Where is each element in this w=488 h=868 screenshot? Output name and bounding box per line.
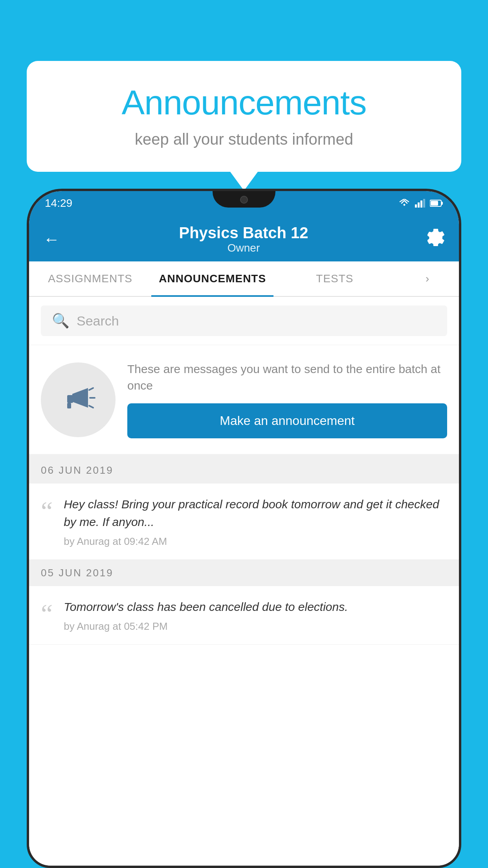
search-bar: 🔍 Search: [29, 297, 459, 345]
svg-rect-6: [431, 201, 438, 206]
speech-bubble-container: Announcements keep all your students inf…: [27, 61, 461, 172]
header-title-group: Physics Batch 12 Owner: [60, 224, 427, 254]
announcement-promo: These are messages you want to send to t…: [29, 345, 459, 457]
svg-rect-5: [441, 202, 443, 205]
svg-rect-7: [67, 395, 73, 403]
phone-screen: 14:29: [29, 191, 459, 866]
tab-announcements[interactable]: ANNOUNCEMENTS: [151, 261, 273, 296]
date-separator-2: 05 JUN 2019: [29, 560, 459, 586]
make-announcement-button[interactable]: Make an announcement: [127, 403, 447, 438]
quote-icon-2: “: [41, 600, 53, 627]
announcement-meta-1: by Anurag at 09:42 AM: [64, 535, 447, 548]
settings-icon[interactable]: [427, 229, 445, 250]
signal-icon: [415, 199, 425, 208]
search-icon: 🔍: [52, 313, 70, 329]
date-separator-1: 06 JUN 2019: [29, 457, 459, 484]
announcement-icon: [59, 380, 98, 419]
status-time: 14:29: [45, 197, 72, 210]
battery-icon: [430, 200, 443, 207]
phone-frame: 14:29: [27, 189, 461, 868]
search-input-wrapper[interactable]: 🔍 Search: [41, 305, 447, 336]
announcement-item-2[interactable]: “ Tomorrow's class has been cancelled du…: [29, 586, 459, 645]
status-icons: [398, 199, 443, 208]
app-header: ← Physics Batch 12 Owner: [29, 215, 459, 261]
content-area: 🔍 Search These are me: [29, 297, 459, 866]
svg-rect-3: [423, 199, 425, 208]
svg-line-11: [89, 406, 93, 408]
announcement-item-1[interactable]: “ Hey class! Bring your practical record…: [29, 484, 459, 560]
search-placeholder: Search: [77, 313, 119, 329]
status-bar: 14:29: [29, 191, 459, 215]
tabs-bar: ASSIGNMENTS ANNOUNCEMENTS TESTS ›: [29, 261, 459, 297]
svg-line-9: [89, 388, 93, 390]
tab-assignments[interactable]: ASSIGNMENTS: [29, 261, 151, 296]
announcement-content-2: Tomorrow's class has been cancelled due …: [64, 598, 447, 633]
notch: [213, 191, 275, 208]
svg-rect-0: [415, 204, 417, 208]
speech-bubble: Announcements keep all your students inf…: [27, 61, 461, 172]
promo-icon-circle: [41, 362, 116, 437]
svg-rect-8: [67, 403, 71, 408]
svg-rect-2: [420, 200, 422, 208]
tab-tests[interactable]: TESTS: [273, 261, 396, 296]
announcement-text-1: Hey class! Bring your practical record b…: [64, 495, 447, 531]
promo-right: These are messages you want to send to t…: [127, 361, 447, 438]
quote-icon-1: “: [41, 498, 53, 524]
announcement-text-2: Tomorrow's class has been cancelled due …: [64, 598, 447, 616]
batch-name: Physics Batch 12: [60, 224, 427, 242]
promo-description: These are messages you want to send to t…: [127, 361, 447, 394]
camera-dot: [240, 196, 248, 204]
wifi-icon: [398, 199, 410, 208]
svg-rect-1: [418, 202, 420, 208]
speech-bubble-title: Announcements: [58, 83, 430, 123]
announcement-meta-2: by Anurag at 05:42 PM: [64, 620, 447, 633]
speech-bubble-subtitle: keep all your students informed: [58, 131, 430, 148]
gear-svg: [427, 229, 445, 246]
tab-more[interactable]: ›: [396, 261, 459, 296]
back-button[interactable]: ←: [43, 230, 60, 249]
announcement-content-1: Hey class! Bring your practical record b…: [64, 495, 447, 548]
owner-label: Owner: [60, 242, 427, 254]
